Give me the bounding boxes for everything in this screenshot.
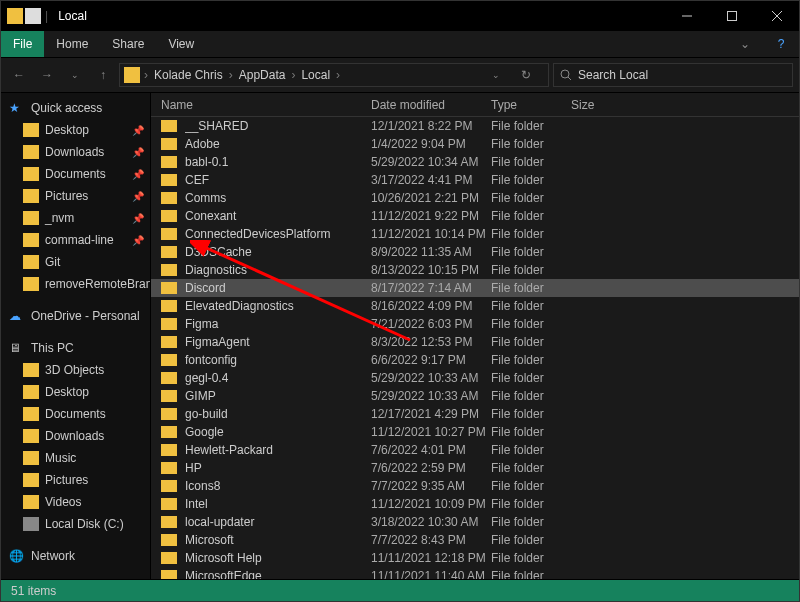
file-row[interactable]: CEF3/17/2022 4:41 PMFile folder — [151, 171, 799, 189]
forward-button[interactable]: → — [35, 63, 59, 87]
breadcrumb-seg[interactable]: Kolade Chris — [148, 68, 229, 82]
file-row[interactable]: __SHARED12/1/2021 8:22 PMFile folder — [151, 117, 799, 135]
folder-icon — [23, 473, 39, 487]
file-row[interactable]: Intel11/12/2021 10:09 PMFile folder — [151, 495, 799, 513]
menu-view[interactable]: View — [156, 31, 206, 57]
nav-quick-item[interactable]: _nvm📌 — [1, 207, 150, 229]
file-row[interactable]: MicrosoftEdge11/11/2021 11:40 AMFile fol… — [151, 567, 799, 579]
file-row[interactable]: ElevatedDiagnostics8/16/2022 4:09 PMFile… — [151, 297, 799, 315]
file-name: Microsoft Help — [185, 551, 371, 565]
col-size[interactable]: Size — [571, 98, 631, 112]
folder-icon — [7, 8, 23, 24]
file-row[interactable]: babl-0.15/29/2022 10:34 AMFile folder — [151, 153, 799, 171]
nav-network[interactable]: 🌐Network — [1, 545, 150, 567]
back-button[interactable]: ← — [7, 63, 31, 87]
file-name: Intel — [185, 497, 371, 511]
refresh-button[interactable]: ↻ — [514, 63, 538, 87]
nav-pc-item[interactable]: Downloads — [1, 425, 150, 447]
file-row[interactable]: FigmaAgent8/3/2022 12:53 PMFile folder — [151, 333, 799, 351]
maximize-button[interactable] — [709, 1, 754, 31]
nav-quick-item[interactable]: removeRemoteBranch — [1, 273, 150, 295]
folder-icon — [23, 167, 39, 181]
help-button[interactable]: ? — [763, 31, 799, 57]
nav-pc-item[interactable]: Music — [1, 447, 150, 469]
folder-icon — [23, 451, 39, 465]
column-headers[interactable]: Name Date modified Type Size — [151, 93, 799, 117]
file-date: 8/16/2022 4:09 PM — [371, 299, 491, 313]
file-name: Discord — [185, 281, 371, 295]
nav-quick-item[interactable]: Documents📌 — [1, 163, 150, 185]
nav-onedrive[interactable]: ☁OneDrive - Personal — [1, 305, 150, 327]
breadcrumb-seg[interactable]: AppData — [233, 68, 292, 82]
file-date: 8/9/2022 11:35 AM — [371, 245, 491, 259]
file-row[interactable]: Icons87/7/2022 9:35 AMFile folder — [151, 477, 799, 495]
file-row[interactable]: D3DSCache8/9/2022 11:35 AMFile folder — [151, 243, 799, 261]
nav-this-pc[interactable]: 🖥This PC — [1, 337, 150, 359]
file-row[interactable]: Microsoft7/7/2022 8:43 PMFile folder — [151, 531, 799, 549]
nav-pc-item[interactable]: Documents — [1, 403, 150, 425]
nav-quick-access[interactable]: ★Quick access — [1, 97, 150, 119]
col-date[interactable]: Date modified — [371, 98, 491, 112]
ribbon-expand-button[interactable]: ⌄ — [727, 31, 763, 57]
file-row[interactable]: HP7/6/2022 2:59 PMFile folder — [151, 459, 799, 477]
col-name[interactable]: Name — [161, 98, 371, 112]
nav-quick-item[interactable]: commad-line📌 — [1, 229, 150, 251]
file-row[interactable]: Adobe1/4/2022 9:04 PMFile folder — [151, 135, 799, 153]
nav-quick-item[interactable]: Downloads📌 — [1, 141, 150, 163]
nav-quick-item[interactable]: Pictures📌 — [1, 185, 150, 207]
search-input[interactable]: Search Local — [553, 63, 793, 87]
file-type: File folder — [491, 353, 571, 367]
file-row[interactable]: gegl-0.45/29/2022 10:33 AMFile folder — [151, 369, 799, 387]
nav-quick-item[interactable]: Git — [1, 251, 150, 273]
file-row[interactable]: Figma7/21/2022 6:03 PMFile folder — [151, 315, 799, 333]
file-row[interactable]: ConnectedDevicesPlatform11/12/2021 10:14… — [151, 225, 799, 243]
close-button[interactable] — [754, 1, 799, 31]
folder-icon — [161, 300, 177, 312]
folder-icon — [161, 552, 177, 564]
nav-pc-item[interactable]: Desktop — [1, 381, 150, 403]
file-type: File folder — [491, 371, 571, 385]
nav-quick-item[interactable]: Desktop📌 — [1, 119, 150, 141]
breadcrumb-seg[interactable]: Local — [295, 68, 336, 82]
pin-icon: 📌 — [132, 147, 144, 158]
file-row[interactable]: Google11/12/2021 10:27 PMFile folder — [151, 423, 799, 441]
file-row[interactable]: local-updater3/18/2022 10:30 AMFile fold… — [151, 513, 799, 531]
file-row[interactable]: Microsoft Help11/11/2021 12:18 PMFile fo… — [151, 549, 799, 567]
titlebar[interactable]: | Local — [1, 1, 799, 31]
folder-icon — [23, 255, 39, 269]
pin-icon: 📌 — [132, 235, 144, 246]
file-name: Diagnostics — [185, 263, 371, 277]
menu-share[interactable]: Share — [100, 31, 156, 57]
dropdown-button[interactable]: ⌄ — [484, 63, 508, 87]
folder-icon — [161, 480, 177, 492]
file-row[interactable]: Hewlett-Packard7/6/2022 4:01 PMFile fold… — [151, 441, 799, 459]
file-row[interactable]: Discord8/17/2022 7:14 AMFile folder — [151, 279, 799, 297]
item-count: 51 items — [11, 584, 56, 598]
file-date: 10/26/2021 2:21 PM — [371, 191, 491, 205]
file-row[interactable]: go-build12/17/2021 4:29 PMFile folder — [151, 405, 799, 423]
up-button[interactable]: ↑ — [91, 63, 115, 87]
file-row[interactable]: Diagnostics8/13/2022 10:15 PMFile folder — [151, 261, 799, 279]
menu-home[interactable]: Home — [44, 31, 100, 57]
file-row[interactable]: Conexant11/12/2021 9:22 PMFile folder — [151, 207, 799, 225]
file-type: File folder — [491, 245, 571, 259]
file-name: fontconfig — [185, 353, 371, 367]
nav-pc-item[interactable]: Pictures — [1, 469, 150, 491]
nav-pc-item[interactable]: Local Disk (C:) — [1, 513, 150, 535]
nav-pc-item[interactable]: 3D Objects — [1, 359, 150, 381]
folder-icon — [161, 444, 177, 456]
recent-dropdown[interactable]: ⌄ — [63, 63, 87, 87]
minimize-button[interactable] — [664, 1, 709, 31]
file-row[interactable]: Comms10/26/2021 2:21 PMFile folder — [151, 189, 799, 207]
menu-file[interactable]: File — [1, 31, 44, 57]
col-type[interactable]: Type — [491, 98, 571, 112]
nav-pc-item[interactable]: Videos — [1, 491, 150, 513]
folder-icon — [23, 211, 39, 225]
file-row[interactable]: fontconfig6/6/2022 9:17 PMFile folder — [151, 351, 799, 369]
file-date: 7/6/2022 2:59 PM — [371, 461, 491, 475]
chevron-right-icon[interactable]: › — [336, 68, 340, 82]
file-row[interactable]: GIMP5/29/2022 10:33 AMFile folder — [151, 387, 799, 405]
folder-icon — [161, 228, 177, 240]
file-date: 11/11/2021 12:18 PM — [371, 551, 491, 565]
breadcrumb[interactable]: › Kolade Chris › AppData › Local › ⌄ ↻ — [119, 63, 549, 87]
